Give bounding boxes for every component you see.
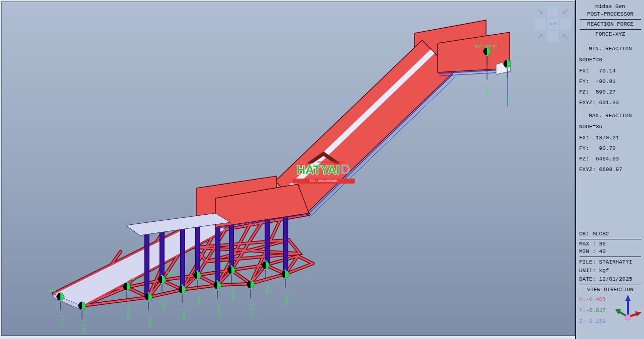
max-node: NODE=36 (579, 123, 641, 131)
file-name: FILE: STAIRHATYI (579, 258, 641, 267)
app-title: midas Gen (579, 3, 641, 11)
reaction-label: 164.3 (166, 271, 176, 275)
view-rotation-widget: ↘ ↙ TOP ↗ ↖ (534, 6, 572, 43)
reaction-label: 90.7 137.02 (475, 44, 498, 49)
reaction-label: 3674.9 (182, 309, 186, 320)
max-reaction-title: MAX. REACTION (579, 112, 641, 120)
force-component: FORCE-XYZ (579, 31, 641, 38)
reaction-label: 3925.8 (217, 305, 221, 316)
reaction-label: 4.37 (513, 55, 520, 59)
min-fy: FY: -90.91 (579, 76, 641, 87)
result-info-panel: midas Gen POST-PROCESSOR REACTION FORCE … (575, 0, 644, 339)
divider (580, 19, 641, 20)
view-direction-title: VIEW-DIRECTION (579, 286, 641, 294)
reaction-label: 590.3 (285, 296, 289, 305)
divider (580, 257, 641, 257)
top-view-button[interactable]: TOP (547, 18, 558, 30)
reaction-label: 40.6 (48, 288, 56, 293)
rotate-view-down-button[interactable] (547, 31, 558, 42)
max-fz: FZ: 6464.63 (579, 154, 641, 164)
rotate-view-up-button[interactable] (547, 6, 558, 17)
load-combination: CB: GLCB2 (579, 230, 641, 238)
min-reaction-title: MIN. REACTION (579, 45, 641, 53)
rotate-view-right-button[interactable] (559, 18, 571, 30)
min-fx: FX: 70.14 (579, 66, 641, 76)
reaction-label: 302.1 (221, 262, 231, 266)
divider (580, 285, 641, 285)
reaction-label: 6022.8 (126, 306, 131, 318)
midas-gen-window: 3871.2 590.5 6022.8 6464.6 625.4 3674.9 … (0, 0, 644, 339)
reaction-label: 745.3 (265, 286, 270, 295)
reaction-label: 590.3 (485, 86, 490, 96)
max-fy: FY: 90.70 (579, 143, 641, 154)
max-node-line: MAX : 36 (579, 240, 641, 248)
min-node: NODE=40 (579, 56, 641, 64)
rotate-view-tr-icon[interactable]: ↙ (559, 6, 571, 17)
reaction-label: 625.4 (162, 300, 166, 310)
reaction-label: 6464.6 (148, 315, 152, 327)
min-node-line: MIN : 40 (579, 248, 641, 256)
max-fxyz: FXYZ: 6608.87 (579, 164, 641, 175)
reaction-label: 1306.5 (231, 289, 235, 300)
date: DATE: 12/01/2025 (579, 275, 641, 284)
reaction-label: 265.0 (197, 296, 201, 305)
min-fz: FZ: 590.27 (579, 87, 641, 98)
reaction-label: 601.3 (506, 95, 510, 105)
reaction-label: 3871.2 (60, 315, 64, 327)
model-3d-viewport[interactable]: 3871.2 590.5 6022.8 6464.6 625.4 3674.9 … (0, 0, 644, 339)
min-fxyz: FXYZ: 601.33 (579, 98, 641, 108)
reaction-label: 1138.7 (250, 304, 255, 315)
rotate-view-tl-icon[interactable]: ↘ (534, 6, 546, 17)
result-type: REACTION FORCE (579, 21, 641, 28)
reaction-label: 487.1 (130, 277, 139, 281)
max-fx: FX: -1370.21 (579, 133, 641, 143)
axis-triad-icon (613, 294, 642, 325)
divider (580, 29, 641, 30)
rotate-view-left-button[interactable] (534, 18, 546, 30)
rotate-view-bl-icon[interactable]: ↗ (534, 31, 546, 42)
processor-mode: POST-PROCESSOR (579, 11, 641, 18)
divider (580, 239, 641, 239)
reaction-label: 590.5 (82, 324, 86, 334)
rotate-view-br-icon[interactable]: ↖ (559, 31, 571, 42)
unit: UNIT: kgf (579, 267, 641, 275)
